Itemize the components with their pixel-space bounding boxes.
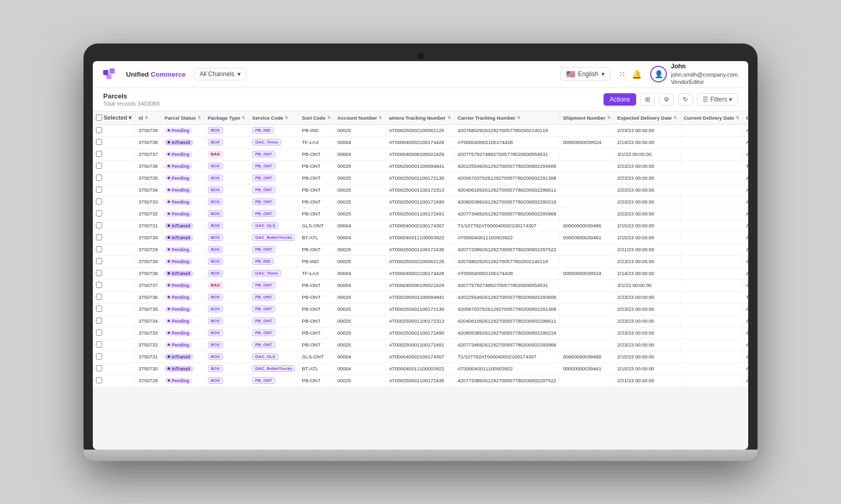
row-checkbox[interactable] <box>96 353 102 359</box>
row-checkbox-cell[interactable] <box>93 196 135 208</box>
table-row[interactable]: 3750732 Pending BOX PB_ONT PB-ONT 00025 … <box>93 208 748 220</box>
bell-icon[interactable]: 🔔 <box>632 69 642 79</box>
table-row[interactable]: 3750736 Pending BOX PB_ONT PB-ONT 00029 … <box>93 291 748 303</box>
view-toggle-button[interactable]: ⊞ <box>640 93 655 106</box>
status-badge: InTransit <box>164 366 193 372</box>
row-checkbox[interactable] <box>96 151 102 157</box>
row-checkbox[interactable] <box>96 258 102 264</box>
row-checkbox[interactable] <box>96 306 102 312</box>
row-checkbox-cell[interactable] <box>93 243 135 255</box>
table-row[interactable]: 3750729 Pending BOX PB_ONT PB-ONT 00025 … <box>93 375 748 386</box>
table-row[interactable]: 3750739 Pending BOX PB_IND PB-IND 00025 … <box>93 255 748 267</box>
row-checkbox[interactable] <box>96 222 102 228</box>
row-carrier: T1/107792AT000040002100174307 <box>454 220 559 232</box>
row-checkbox-cell[interactable] <box>93 303 135 315</box>
row-checkbox[interactable] <box>96 282 102 288</box>
select-all-checkbox[interactable] <box>96 114 102 121</box>
table-row[interactable]: 3750731 InTransit BOX GAC_GLS GLS-ONT 00… <box>93 351 748 363</box>
row-checkbox-cell[interactable] <box>93 351 135 363</box>
row-status: Pending <box>161 208 204 220</box>
row-checkbox-cell[interactable] <box>93 255 135 267</box>
row-checkbox-cell[interactable] <box>93 136 135 148</box>
row-checkbox-cell[interactable] <box>93 208 135 220</box>
language-selector[interactable]: 🇺🇸 English ▾ <box>560 67 610 81</box>
table-row[interactable]: 3750736 Pending BOX PB_ONT PB-ONT 00029 … <box>93 160 748 172</box>
table-row[interactable]: 3750734 Pending BOX PB_ONT PB-ONT 00025 … <box>93 315 748 327</box>
row-checkbox-cell[interactable] <box>93 375 135 386</box>
row-checkbox[interactable] <box>96 186 102 193</box>
logo-icon <box>103 68 122 80</box>
row-checkbox[interactable] <box>96 127 102 133</box>
select-all-header[interactable]: Selected ▾ <box>93 111 135 125</box>
table-row[interactable]: 3750732 Pending BOX PB_ONT PB-ONT 00025 … <box>93 339 748 351</box>
row-checkbox-cell[interactable] <box>93 172 135 184</box>
col-account[interactable]: Account Number ⇅ <box>334 111 386 125</box>
table-row[interactable]: 3750733 Pending BOX PB_ONT PB-ONT 00025 … <box>93 327 748 339</box>
row-checkbox[interactable] <box>96 175 102 181</box>
row-checkbox[interactable] <box>96 294 102 300</box>
row-checkbox[interactable] <box>96 234 102 240</box>
table-row[interactable]: 3750735 Pending BOX PB_ONT PB-ONT 00025 … <box>93 172 748 184</box>
row-checkbox-cell[interactable] <box>93 124 135 136</box>
col-origin[interactable]: Origin Location ⇅ <box>742 111 748 125</box>
table-row[interactable]: 3750735 Pending BOX PB_ONT PB-ONT 00025 … <box>93 303 748 315</box>
row-checkbox-cell[interactable] <box>93 291 135 303</box>
row-shipment <box>559 208 614 220</box>
row-checkbox[interactable] <box>96 365 102 371</box>
table-row[interactable]: 3750738 InTransit BOX GAC_Three TF-LAX 0… <box>93 136 748 148</box>
row-checkbox[interactable] <box>96 318 102 324</box>
row-checkbox[interactable] <box>96 210 102 217</box>
col-service-code[interactable]: Service Code ⇅ <box>249 111 299 125</box>
col-sort-code[interactable]: Sort Code ⇅ <box>299 111 334 125</box>
row-checkbox-cell[interactable] <box>93 220 135 232</box>
channel-selector[interactable]: All Channels ▾ <box>194 68 246 80</box>
col-carrier[interactable]: Carrier Tracking Number ⇅ <box>454 111 559 125</box>
table-row[interactable]: 3750731 InTransit BOX GAC_GLS GLS-ONT 00… <box>93 220 748 232</box>
row-account: 00025 <box>334 208 386 220</box>
row-checkbox-cell[interactable] <box>93 232 135 243</box>
table-row[interactable]: 3750729 Pending BOX PB_ONT PB-ONT 00025 … <box>93 243 748 255</box>
row-checkbox[interactable] <box>96 198 102 205</box>
col-airtera[interactable]: airtera Tracking Number ⇅ <box>386 111 454 125</box>
table-row[interactable]: 3750737 Pending BAG PB_ONT PB-ONT 00004 … <box>93 279 748 291</box>
apps-icon[interactable]: ⁙ <box>619 69 625 79</box>
table-row[interactable]: 3750734 Pending BOX PB_ONT PB-ONT 00025 … <box>93 184 748 196</box>
col-package-type[interactable]: Package Type ⇅ <box>204 111 249 125</box>
col-parcel-status[interactable]: Parcel Status ⇅ <box>161 111 204 125</box>
table-row[interactable]: 3750739 Pending BOX PB_IND PB-IND 00025 … <box>93 124 748 136</box>
table-row[interactable]: 3750737 Pending BAG PB_ONT PB-ONT 00004 … <box>93 148 748 160</box>
col-exp-del[interactable]: Expected Delivery Date ⇅ <box>614 111 680 125</box>
col-cur-del[interactable]: Current Delivery Date ⇅ <box>680 111 742 125</box>
row-checkbox-cell[interactable] <box>93 339 135 351</box>
row-checkbox[interactable] <box>96 139 102 145</box>
refresh-button[interactable]: ↻ <box>678 93 693 106</box>
service-code-badge: GAC_Three <box>252 270 281 277</box>
row-checkbox-cell[interactable] <box>93 184 135 196</box>
row-checkbox-cell[interactable] <box>93 267 135 279</box>
row-checkbox-cell[interactable] <box>93 160 135 172</box>
row-checkbox[interactable] <box>96 377 102 383</box>
col-id[interactable]: Id ⇅ <box>135 111 161 125</box>
row-checkbox[interactable] <box>96 163 102 169</box>
service-code-badge: PB_ONT <box>252 246 275 253</box>
row-checkbox[interactable] <box>96 246 102 252</box>
row-checkbox[interactable] <box>96 270 102 276</box>
actions-button[interactable]: Actions <box>604 93 636 106</box>
row-checkbox[interactable] <box>96 329 102 336</box>
table-row[interactable]: 3750730 InTransit BOX GAC_BetterTrucks B… <box>93 363 748 375</box>
avatar[interactable]: 👤 <box>650 66 667 82</box>
row-checkbox-cell[interactable] <box>93 148 135 160</box>
service-code-badge: PB_ONT <box>252 163 275 169</box>
row-checkbox-cell[interactable] <box>93 315 135 327</box>
row-checkbox-cell[interactable] <box>93 327 135 339</box>
row-checkbox-cell[interactable] <box>93 279 135 291</box>
col-shipment[interactable]: Shipment Number ⇅ <box>559 111 614 125</box>
table-row[interactable]: 3750738 InTransit BOX GAC_Three TF-LAX 0… <box>93 267 748 279</box>
row-pkg: BOX <box>204 232 249 243</box>
table-row[interactable]: 3750733 Pending BOX PB_ONT PB-ONT 00025 … <box>93 196 748 208</box>
row-checkbox[interactable] <box>96 341 102 348</box>
filters-button[interactable]: ☰ Filters ▾ <box>697 93 738 106</box>
row-checkbox-cell[interactable] <box>93 363 135 375</box>
settings-button[interactable]: ⚙ <box>659 93 674 106</box>
table-row[interactable]: 3750730 InTransit BOX GAC_BetterTrucks B… <box>93 232 748 243</box>
